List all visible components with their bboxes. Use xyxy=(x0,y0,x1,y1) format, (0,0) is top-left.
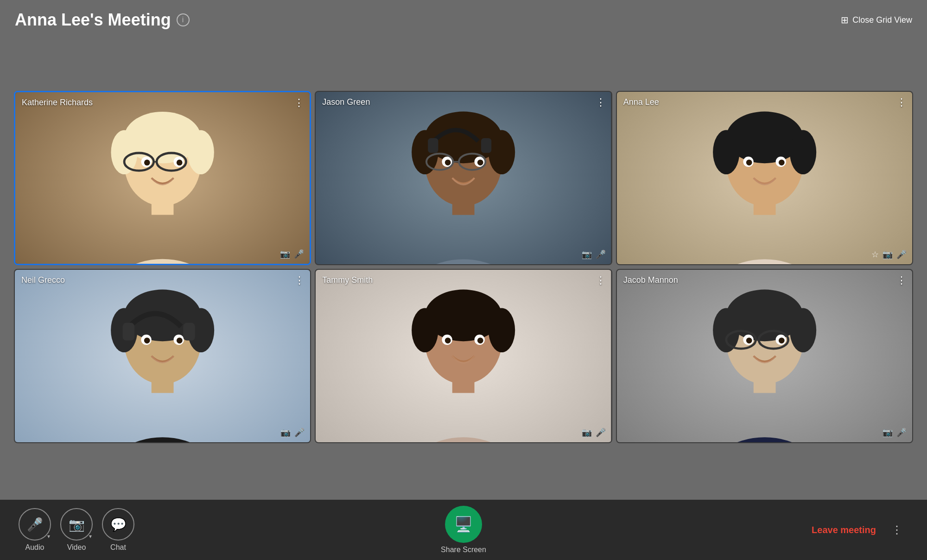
star-icon-anna[interactable]: ☆ xyxy=(871,249,879,260)
tile-controls-katherine: 📷🎤 xyxy=(280,249,304,259)
toolbar-left: 🎤 ▾ Audio 📷 ▾ Video 💬 Chat xyxy=(19,508,134,552)
video-chevron: ▾ xyxy=(89,533,92,540)
svg-rect-26 xyxy=(481,138,491,153)
video-icon-jacob: 📷 xyxy=(883,427,893,438)
tile-controls-neil: 📷🎤 xyxy=(280,427,305,438)
svg-point-70 xyxy=(713,308,739,352)
video-icon-jason: 📷 xyxy=(582,249,592,260)
svg-point-40 xyxy=(779,159,785,165)
video-tile-tammy: Tammy Smith⋮📷🎤 xyxy=(315,269,612,443)
svg-point-24 xyxy=(477,159,483,165)
svg-point-39 xyxy=(746,159,752,165)
tile-menu-jacob[interactable]: ⋮ xyxy=(896,274,907,286)
video-tile-anna: Anna Lee⋮☆📷🎤 xyxy=(616,91,913,265)
audio-circle: 🎤 xyxy=(19,508,51,541)
tile-name-jacob: Jacob Mannon xyxy=(623,275,678,285)
svg-point-35 xyxy=(713,130,739,174)
mic-icon-anna: 🎤 xyxy=(896,249,907,260)
video-tile-neil: Neil Grecco⋮📷🎤 xyxy=(14,269,311,443)
chat-circle: 💬 xyxy=(102,508,134,541)
audio-chevron: ▾ xyxy=(47,533,50,540)
video-label: Video xyxy=(67,543,86,552)
share-screen-label: Share Screen xyxy=(441,546,486,554)
tile-menu-neil[interactable]: ⋮ xyxy=(294,274,305,286)
mic-icon-neil: 🎤 xyxy=(294,427,305,438)
video-grid: Katherine Richards⋮📷🎤 xyxy=(14,91,913,443)
more-options-button[interactable]: ⋮ xyxy=(885,518,908,541)
share-screen-button[interactable]: 🖥️ Share Screen xyxy=(441,506,486,554)
tile-name-katherine: Katherine Richards xyxy=(22,98,93,108)
video-icon-anna: 📷 xyxy=(883,249,893,260)
svg-point-63 xyxy=(445,337,451,344)
header-left: Anna Lee's Meeting i xyxy=(15,10,190,30)
tile-menu-anna[interactable]: ⋮ xyxy=(896,96,907,108)
video-icon-katherine: 📷 xyxy=(280,249,290,259)
video-icon-neil: 📷 xyxy=(280,427,291,438)
svg-point-36 xyxy=(789,130,816,174)
tile-controls-anna: ☆📷🎤 xyxy=(871,249,907,260)
svg-point-23 xyxy=(445,159,451,165)
video-icon-tammy: 📷 xyxy=(582,427,592,438)
tile-controls-jason: 📷🎤 xyxy=(582,249,606,260)
svg-point-6 xyxy=(188,130,214,174)
svg-point-51 xyxy=(177,337,183,344)
meeting-title: Anna Lee's Meeting xyxy=(15,10,171,30)
svg-point-10 xyxy=(177,159,183,165)
svg-point-60 xyxy=(489,308,515,352)
chat-button[interactable]: 💬 Chat xyxy=(102,508,134,552)
grid-icon: ⊞ xyxy=(841,14,849,25)
tile-name-neil: Neil Grecco xyxy=(21,275,65,285)
svg-rect-25 xyxy=(428,138,438,153)
svg-point-20 xyxy=(489,130,515,174)
video-tile-jason: Jason Green⋮📷🎤 xyxy=(315,91,612,265)
video-tile-katherine: Katherine Richards⋮📷🎤 xyxy=(14,91,311,265)
mic-icon-katherine: 🎤 xyxy=(294,249,304,259)
tile-menu-katherine[interactable]: ⋮ xyxy=(294,97,304,109)
close-grid-view-button[interactable]: ⊞ Close Grid View xyxy=(841,14,912,25)
tile-menu-tammy[interactable]: ⋮ xyxy=(596,274,606,286)
svg-point-5 xyxy=(111,130,137,174)
toolbar-right: Leave meeting ⋮ xyxy=(812,518,908,541)
mic-icon-jacob: 🎤 xyxy=(896,427,907,438)
svg-point-64 xyxy=(477,337,483,344)
svg-point-71 xyxy=(789,308,816,352)
video-circle: 📷 xyxy=(60,508,93,541)
tile-name-anna: Anna Lee xyxy=(623,97,659,107)
video-grid-container: Katherine Richards⋮📷🎤 xyxy=(0,34,927,500)
leave-meeting-button[interactable]: Leave meeting xyxy=(812,525,876,535)
svg-point-9 xyxy=(144,159,150,165)
svg-point-75 xyxy=(779,337,785,344)
svg-rect-53 xyxy=(183,323,195,340)
tile-controls-jacob: 📷🎤 xyxy=(883,427,907,438)
mic-icon-jason: 🎤 xyxy=(596,249,606,260)
mic-icon-tammy: 🎤 xyxy=(596,427,606,438)
toolbar: 🎤 ▾ Audio 📷 ▾ Video 💬 Chat 🖥️ Share S xyxy=(0,500,927,560)
audio-label: Audio xyxy=(25,543,44,552)
svg-point-50 xyxy=(144,337,150,344)
svg-point-59 xyxy=(412,308,438,352)
header: Anna Lee's Meeting i ⊞ Close Grid View xyxy=(0,0,927,34)
svg-point-74 xyxy=(746,337,752,344)
tile-controls-tammy: 📷🎤 xyxy=(582,427,606,438)
info-icon[interactable]: i xyxy=(177,13,190,26)
audio-button[interactable]: 🎤 ▾ Audio xyxy=(19,508,51,552)
tile-name-tammy: Tammy Smith xyxy=(322,275,373,285)
chat-label: Chat xyxy=(110,543,126,552)
toolbar-center: 🖥️ Share Screen xyxy=(441,506,486,554)
tile-menu-jason[interactable]: ⋮ xyxy=(596,96,606,108)
video-button[interactable]: 📷 ▾ Video xyxy=(60,508,93,552)
video-tile-jacob: Jacob Mannon⋮📷🎤 xyxy=(616,269,913,443)
tile-name-jason: Jason Green xyxy=(322,97,370,107)
svg-rect-52 xyxy=(123,323,134,340)
share-screen-circle: 🖥️ xyxy=(445,506,482,543)
